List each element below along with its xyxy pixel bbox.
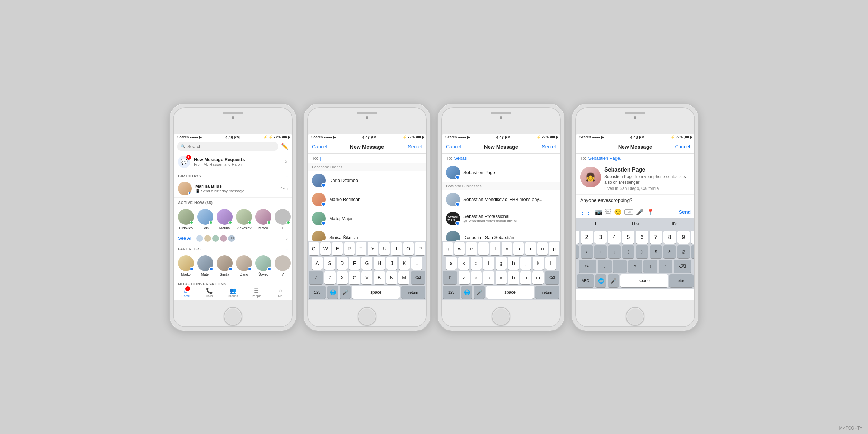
key-w[interactable]: W bbox=[320, 242, 331, 255]
key-d3[interactable]: d bbox=[471, 257, 482, 270]
secret-btn-3[interactable]: Secret bbox=[539, 144, 556, 149]
contact-sinisa[interactable]: Siniša Šikman bbox=[308, 228, 426, 241]
key-123-3[interactable]: 123 bbox=[443, 286, 460, 299]
search-input-1[interactable] bbox=[187, 144, 275, 149]
key-5[interactable]: 5 bbox=[622, 231, 634, 244]
contact-marko[interactable]: Marko Botinčan bbox=[308, 190, 426, 209]
active-item-marina[interactable]: Marina bbox=[217, 209, 233, 230]
key-shift[interactable]: ⇧ bbox=[309, 271, 323, 284]
secret-btn-2[interactable]: Secret bbox=[405, 144, 422, 149]
key-s3[interactable]: s bbox=[458, 257, 469, 270]
key-u3[interactable]: u bbox=[513, 242, 524, 255]
key-a[interactable]: A bbox=[312, 257, 323, 270]
result-mendikovic[interactable]: ✓ Sebastian Mendiković IFBB mens phy... bbox=[442, 190, 560, 209]
key-a3[interactable]: a bbox=[446, 257, 457, 270]
key-t3[interactable]: t bbox=[490, 242, 500, 255]
to-field-4[interactable]: To: Sebastien Page, bbox=[576, 154, 694, 163]
key-v[interactable]: V bbox=[361, 271, 372, 284]
key-v3[interactable]: v bbox=[496, 271, 507, 284]
key-abc[interactable]: ABC bbox=[577, 274, 594, 287]
tab-home[interactable]: ⌂ 5 Home bbox=[174, 285, 197, 300]
key-3[interactable]: 3 bbox=[594, 231, 607, 244]
key-9[interactable]: 9 bbox=[677, 231, 690, 244]
key-8[interactable]: 8 bbox=[663, 231, 676, 244]
key-slash[interactable]: / bbox=[581, 245, 593, 258]
key-q3[interactable]: q bbox=[443, 242, 453, 255]
key-return[interactable]: return bbox=[401, 286, 425, 299]
autocomplete-i[interactable]: I bbox=[576, 218, 615, 229]
key-return4[interactable]: return bbox=[669, 274, 694, 287]
key-i3[interactable]: i bbox=[525, 242, 536, 255]
key-comma[interactable]: , bbox=[613, 260, 627, 273]
key-hashplus[interactable]: #+= bbox=[579, 260, 596, 273]
home-button-3[interactable] bbox=[492, 307, 510, 326]
key-2[interactable]: 2 bbox=[581, 231, 593, 244]
key-123[interactable]: 123 bbox=[309, 286, 326, 299]
key-0[interactable]: 0 bbox=[691, 231, 694, 244]
key-dash[interactable]: - bbox=[576, 245, 579, 258]
autocomplete-the[interactable]: The bbox=[615, 218, 655, 229]
gif-icon-4[interactable]: GIF bbox=[624, 209, 633, 215]
key-f3[interactable]: f bbox=[483, 257, 494, 270]
fav-matej[interactable]: Matej bbox=[197, 255, 213, 276]
home-button-2[interactable] bbox=[358, 307, 376, 326]
key-amp[interactable]: & bbox=[663, 245, 676, 258]
key-w3[interactable]: w bbox=[454, 242, 465, 255]
key-del4[interactable]: ⌫ bbox=[674, 260, 691, 273]
key-g3[interactable]: g bbox=[496, 257, 507, 270]
search-box-1[interactable]: 🔍 bbox=[177, 142, 278, 151]
key-exclaim[interactable]: ! bbox=[643, 260, 657, 273]
key-r[interactable]: R bbox=[344, 242, 355, 255]
key-f[interactable]: F bbox=[349, 257, 360, 270]
see-all-link[interactable]: See All bbox=[178, 236, 193, 241]
key-j[interactable]: J bbox=[386, 257, 397, 270]
to-field-3[interactable]: To: Sebas bbox=[442, 154, 560, 163]
active-item-t[interactable]: T bbox=[275, 209, 291, 230]
cancel-btn-2[interactable]: Cancel bbox=[312, 144, 329, 149]
see-all-row[interactable]: See All +29 › bbox=[174, 233, 292, 244]
sticker-icon-4[interactable]: 🙂 bbox=[614, 208, 622, 216]
active-more[interactable]: ··· bbox=[285, 201, 288, 205]
fav-sinisa[interactable]: Siniša bbox=[217, 255, 233, 276]
key-s[interactable]: S bbox=[324, 257, 335, 270]
fav-dario[interactable]: Dario bbox=[236, 255, 252, 276]
apps-icon-4[interactable]: ⋮⋮ bbox=[579, 208, 592, 216]
cancel-btn-4[interactable]: Cancel bbox=[673, 144, 690, 149]
cancel-btn-3[interactable]: Cancel bbox=[446, 144, 463, 149]
key-h[interactable]: H bbox=[374, 257, 385, 270]
key-n[interactable]: N bbox=[386, 271, 397, 284]
key-q[interactable]: Q bbox=[309, 242, 319, 255]
key-z[interactable]: Z bbox=[324, 271, 336, 284]
key-j3[interactable]: j bbox=[520, 257, 531, 270]
birthdays-more[interactable]: ··· bbox=[285, 174, 288, 178]
key-colon[interactable]: : bbox=[594, 245, 607, 258]
key-6[interactable]: 6 bbox=[636, 231, 648, 244]
key-c[interactable]: C bbox=[349, 271, 360, 284]
key-mic4[interactable]: 🎤 bbox=[608, 274, 619, 287]
notification-banner[interactable]: 💬 2 New Message Requests From AL-Hassani… bbox=[174, 153, 292, 171]
send-button-4[interactable]: Send bbox=[679, 209, 691, 215]
key-x[interactable]: X bbox=[337, 271, 348, 284]
message-input-4[interactable]: Anyone eavesdropping? bbox=[576, 195, 694, 206]
key-r3[interactable]: r bbox=[478, 242, 489, 255]
key-e3[interactable]: e bbox=[466, 242, 477, 255]
key-semi[interactable]: ; bbox=[608, 245, 621, 258]
key-lparen[interactable]: ( bbox=[622, 245, 634, 258]
fav-v[interactable]: V bbox=[275, 255, 291, 276]
compose-icon-1[interactable]: ✏️ bbox=[281, 142, 289, 150]
favorites-more[interactable]: ··· bbox=[285, 247, 288, 251]
key-mic3[interactable]: 🎤 bbox=[474, 286, 485, 299]
fav-marko[interactable]: Marko bbox=[178, 255, 194, 276]
key-del3[interactable]: ⌫ bbox=[545, 271, 559, 284]
key-u[interactable]: U bbox=[379, 242, 390, 255]
key-1[interactable]: 1 bbox=[576, 231, 579, 244]
fav-skokec[interactable]: Šokec bbox=[255, 255, 271, 276]
home-button[interactable] bbox=[224, 307, 242, 326]
key-n3[interactable]: n bbox=[520, 271, 531, 284]
key-m[interactable]: M bbox=[398, 271, 409, 284]
key-l[interactable]: L bbox=[411, 257, 422, 270]
key-question[interactable]: ? bbox=[628, 260, 642, 273]
key-globe3[interactable]: 🌐 bbox=[461, 286, 472, 299]
key-space[interactable]: space bbox=[352, 286, 400, 299]
key-space4[interactable]: space bbox=[620, 274, 668, 287]
